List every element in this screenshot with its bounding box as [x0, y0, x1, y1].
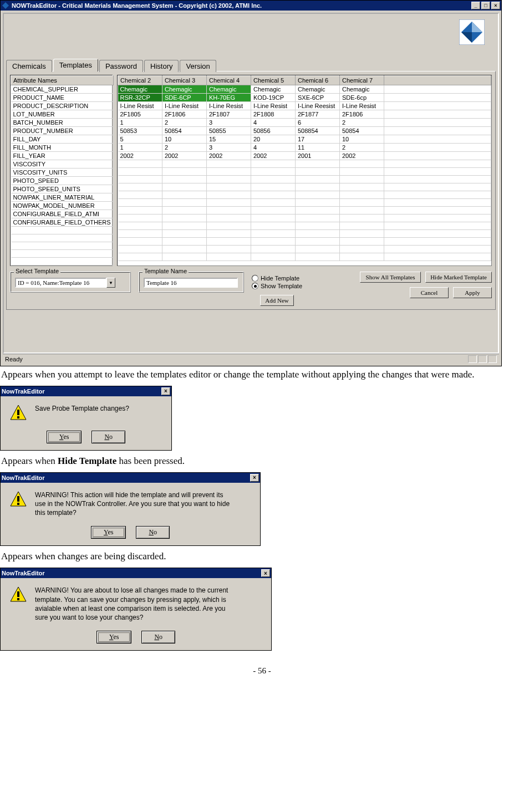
data-cell[interactable] — [162, 253, 207, 261]
data-cell[interactable]: 2 — [162, 144, 207, 152]
data-cell[interactable] — [118, 230, 162, 238]
data-cell[interactable] — [251, 230, 296, 238]
tab-version[interactable]: Version — [180, 60, 216, 72]
close-button[interactable]: × — [491, 2, 500, 9]
data-cell[interactable] — [340, 230, 384, 238]
data-cell[interactable] — [340, 238, 384, 246]
attr-cell[interactable]: CONFIGURABLE_FIELD_ATMI — [11, 210, 114, 218]
attr-cell[interactable]: CONFIGURABLE_FIELD_OTHERS — [11, 218, 114, 227]
data-cell[interactable] — [251, 238, 296, 246]
data-cell[interactable] — [251, 176, 296, 183]
data-cell[interactable] — [207, 253, 251, 261]
data-cell[interactable] — [296, 246, 340, 253]
chevron-down-icon[interactable]: ▼ — [106, 278, 115, 288]
data-cell[interactable] — [296, 253, 340, 261]
data-cell[interactable] — [340, 207, 384, 215]
attr-cell[interactable]: FILL_YEAR — [11, 152, 114, 160]
data-cell[interactable] — [162, 230, 207, 238]
attr-cell[interactable]: FILL_MONTH — [11, 144, 114, 152]
data-cell[interactable] — [162, 207, 207, 215]
attr-cell[interactable]: PHOTO_SPEED — [11, 177, 114, 185]
data-cell[interactable] — [251, 246, 296, 253]
data-cell[interactable]: I-Line Resist — [251, 102, 296, 110]
dialog2-close-icon[interactable]: × — [250, 474, 259, 482]
data-cell[interactable]: 3 — [207, 119, 251, 127]
data-cell[interactable]: 4 — [251, 119, 296, 127]
attr-cell[interactable] — [11, 250, 114, 258]
data-cell[interactable] — [340, 253, 384, 261]
data-cell[interactable]: 2F1808 — [251, 110, 296, 119]
dialog3-close-icon[interactable]: × — [261, 569, 270, 577]
data-cell[interactable] — [207, 168, 251, 176]
hide-template-radio[interactable]: Hide Template — [252, 275, 302, 282]
dialog1-no-button[interactable]: No — [91, 431, 125, 443]
data-cell[interactable] — [340, 222, 384, 230]
data-cell[interactable]: 5 — [118, 135, 162, 144]
dialog3-yes-button[interactable]: Yes — [96, 631, 131, 644]
tab-password[interactable]: Password — [99, 60, 143, 72]
attr-cell[interactable]: VISCOSITY — [11, 160, 114, 168]
data-cell[interactable] — [251, 160, 296, 168]
data-cell[interactable] — [118, 168, 162, 176]
attr-cell[interactable]: PRODUCT_NUMBER — [11, 127, 114, 135]
data-cell[interactable] — [162, 168, 207, 176]
data-cell[interactable] — [296, 238, 340, 246]
data-cell[interactable] — [340, 215, 384, 222]
data-cell[interactable]: 2F1806 — [162, 110, 207, 119]
attr-cell[interactable]: PRODUCT_DESCRIPTION — [11, 102, 114, 110]
data-cell[interactable] — [251, 253, 296, 261]
data-cell[interactable]: Chemagic — [118, 85, 162, 94]
data-cell[interactable] — [296, 230, 340, 238]
dialog3-no-button[interactable]: No — [141, 631, 175, 644]
data-cell[interactable] — [207, 183, 251, 191]
attr-cell[interactable]: PHOTO_SPEED_UNITS — [11, 185, 114, 193]
data-cell[interactable]: 10 — [162, 135, 207, 144]
attr-cell[interactable]: FILL_DAY — [11, 135, 114, 144]
col-header[interactable]: Chemical 3 — [162, 76, 207, 85]
data-cell[interactable] — [296, 183, 340, 191]
data-cell[interactable]: Chemagic — [162, 85, 207, 94]
attr-cell[interactable] — [11, 234, 114, 242]
data-cell[interactable] — [296, 168, 340, 176]
dialog2-no-button[interactable]: No — [136, 526, 170, 539]
data-cell[interactable]: SDE-6CP — [162, 94, 207, 102]
data-cell[interactable]: 2001 — [296, 152, 340, 160]
data-cell[interactable]: I-Line Resist — [118, 102, 162, 110]
data-cell[interactable] — [118, 253, 162, 261]
tab-templates[interactable]: Templates — [53, 59, 98, 72]
data-cell[interactable] — [162, 191, 207, 199]
data-cell[interactable] — [118, 160, 162, 168]
data-cell[interactable] — [162, 215, 207, 222]
data-cell[interactable] — [207, 160, 251, 168]
attr-cell[interactable] — [11, 227, 114, 234]
data-cell[interactable] — [118, 246, 162, 253]
attr-cell[interactable]: NOWPAK_MODEL_NUMBER — [11, 202, 114, 210]
data-cell[interactable]: 50855 — [207, 127, 251, 135]
data-cell[interactable]: I-Line Resist — [162, 102, 207, 110]
show-template-radio[interactable]: Show Template — [252, 283, 302, 289]
data-cell[interactable]: 50856 — [251, 127, 296, 135]
data-cell[interactable] — [296, 207, 340, 215]
data-cell[interactable] — [251, 191, 296, 199]
dialog1-close-icon[interactable]: × — [161, 387, 170, 395]
data-cell[interactable]: 508854 — [296, 127, 340, 135]
maximize-button[interactable]: □ — [481, 2, 490, 9]
col-header[interactable]: Chemical 2 — [118, 76, 162, 85]
data-cell[interactable] — [207, 238, 251, 246]
data-cell[interactable] — [340, 246, 384, 253]
data-cell[interactable]: Chemagic — [251, 85, 296, 94]
data-cell[interactable] — [296, 176, 340, 183]
data-cell[interactable] — [296, 160, 340, 168]
data-cell[interactable] — [207, 199, 251, 207]
data-cell[interactable] — [118, 191, 162, 199]
data-cell[interactable] — [162, 238, 207, 246]
data-cell[interactable] — [340, 168, 384, 176]
col-header[interactable]: Chemical 5 — [251, 76, 296, 85]
tab-history[interactable]: History — [144, 60, 179, 72]
data-cell[interactable]: 1 — [118, 119, 162, 127]
data-cell[interactable] — [118, 183, 162, 191]
tab-chemicals[interactable]: Chemicals — [6, 60, 52, 72]
data-cell[interactable] — [118, 222, 162, 230]
data-cell[interactable] — [296, 191, 340, 199]
data-cell[interactable] — [340, 176, 384, 183]
